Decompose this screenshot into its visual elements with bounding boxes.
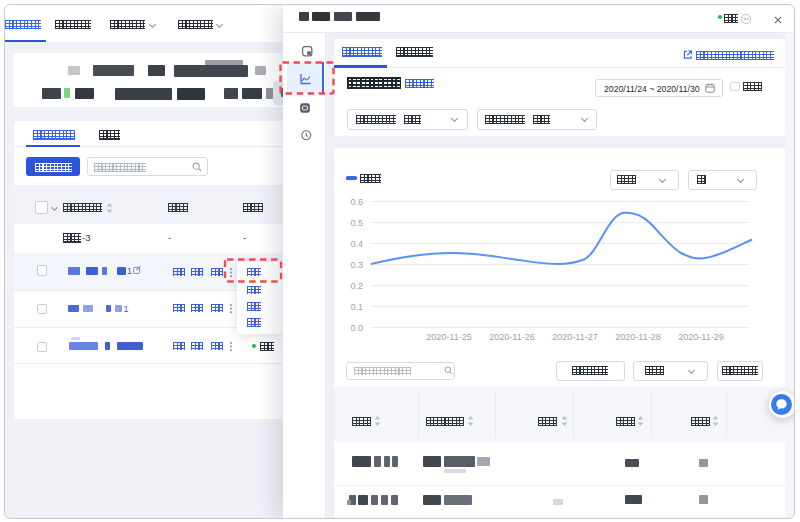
- svg-text:0.4: 0.4: [350, 239, 363, 249]
- svg-text:0.3: 0.3: [350, 260, 363, 270]
- svg-text:2020-11-26: 2020-11-26: [489, 332, 534, 342]
- svg-text:0.1: 0.1: [350, 302, 363, 312]
- svg-text:0.2: 0.2: [350, 281, 363, 291]
- svg-text:2020-11-28: 2020-11-28: [615, 332, 660, 342]
- svg-text:0.0: 0.0: [350, 323, 363, 333]
- svg-text:2020-11-25: 2020-11-25: [426, 332, 471, 342]
- svg-text:2020-11-27: 2020-11-27: [552, 332, 597, 342]
- svg-text:0.5: 0.5: [350, 218, 363, 228]
- svg-text:2020-11-29: 2020-11-29: [678, 332, 723, 342]
- svg-text:0.6: 0.6: [350, 197, 363, 207]
